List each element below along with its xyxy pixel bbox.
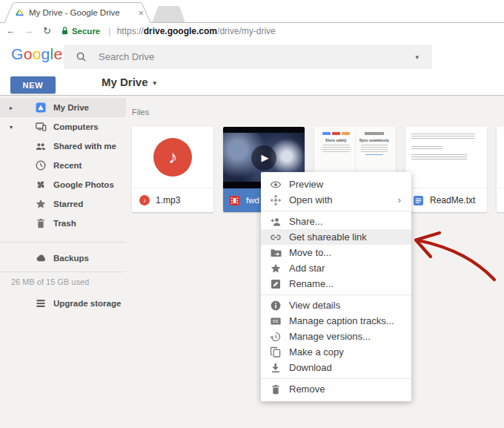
browser-tab[interactable]: My Drive - Google Drive ×	[15, 5, 145, 20]
audio-file-icon: ♪	[139, 195, 150, 205]
open-with-icon	[270, 194, 282, 206]
sidebar-item-label: Recent	[53, 161, 82, 170]
reload-icon[interactable]: ↻	[43, 26, 51, 36]
file-card-audio[interactable]: ♪ ♪ 1.mp3	[132, 127, 213, 212]
sidebar-item-computers[interactable]: ▾Computers	[0, 117, 126, 136]
menu-item-make-a-copy[interactable]: Make a copy	[261, 344, 411, 360]
trash-icon	[270, 383, 282, 395]
menu-item-open-with[interactable]: Open with›	[261, 192, 411, 208]
lock-icon	[61, 26, 69, 36]
menu-item-label: View details	[289, 300, 340, 311]
sidebar-item-label: Computers	[53, 122, 99, 131]
logo-letter: o	[33, 45, 42, 62]
file-name: ReadMe.txt	[430, 195, 475, 205]
computers-icon	[35, 121, 47, 133]
thumb-text-lines	[411, 154, 467, 159]
sidebar-item-label: Starred	[53, 200, 83, 208]
cc-icon: CC	[270, 315, 282, 327]
address-bar[interactable]: https://drive.google.com/drive/my-drive	[117, 26, 276, 36]
sidebar-item-my-drive[interactable]: ▸My Drive	[0, 98, 126, 117]
menu-item-label: Download	[289, 362, 332, 373]
breadcrumb-label: My Drive	[102, 76, 148, 88]
star-icon	[35, 198, 47, 210]
menu-item-label: Make a copy	[289, 346, 344, 358]
clock-icon	[35, 159, 47, 171]
menu-item-manage-caption-tracks[interactable]: CCManage caption tracks...	[261, 313, 411, 329]
sidebar-item-recent[interactable]: Recent	[0, 156, 126, 175]
cloud-icon	[35, 252, 47, 264]
photos-icon	[35, 179, 47, 191]
file-card-partial[interactable]	[497, 127, 504, 212]
menu-item-rename[interactable]: Rename...	[261, 276, 411, 292]
menu-item-label: Manage versions...	[289, 331, 371, 342]
browser-toolbar: ← → ↻ Secure | https://drive.google.com/…	[0, 23, 504, 39]
logo-letter: g	[42, 45, 50, 62]
thumb-column: Sync seamlessly	[355, 131, 394, 173]
submenu-arrow-icon: ›	[398, 194, 401, 205]
context-menu: PreviewOpen with›Share...Get shareable l…	[261, 172, 411, 401]
expand-down-icon[interactable]: ▾	[6, 124, 16, 131]
trash-icon	[35, 217, 47, 229]
file-name: 1.mp3	[156, 195, 180, 205]
copy-icon	[270, 346, 282, 358]
sidebar-item-starred[interactable]: Starred	[0, 194, 126, 214]
files-section-label: Files	[132, 108, 149, 116]
breadcrumb-caret-icon: ▾	[153, 78, 157, 87]
thumb-heading: Sync seamlessly	[359, 138, 390, 142]
url-scheme: https://	[117, 26, 144, 36]
menu-item-preview[interactable]: Preview	[261, 177, 411, 192]
sidebar: ▸My Drive▾ComputersShared with meRecentG…	[0, 96, 126, 428]
history-icon	[270, 331, 282, 343]
menu-item-label: Manage caption tracks...	[289, 315, 394, 326]
sidebar-divider	[0, 271, 126, 272]
sidebar-item-upgrade-storage[interactable]: Upgrade storage	[0, 294, 126, 313]
menu-item-manage-versions[interactable]: Manage versions...	[261, 329, 411, 344]
person-add-icon	[270, 216, 282, 228]
search-input[interactable]	[97, 50, 415, 63]
thumb-heading: Store safely	[321, 138, 351, 142]
menu-item-remove[interactable]: Remove	[261, 381, 411, 397]
secure-label: Secure	[72, 27, 100, 36]
thumb-bar	[365, 132, 384, 135]
logo-letter: G	[11, 45, 24, 62]
thumb-column: Store safely	[317, 131, 355, 173]
thumb-text-lines	[411, 146, 442, 149]
menu-item-add-star[interactable]: Add star	[261, 260, 411, 276]
menu-item-label: Get shareable link	[289, 231, 367, 243]
thumb-text-lines	[411, 134, 475, 141]
url-host: drive.google.com	[144, 26, 217, 36]
sidebar-item-trash[interactable]: Trash	[0, 214, 126, 233]
menu-item-view-details[interactable]: View details	[261, 297, 411, 313]
tab-close-icon[interactable]: ×	[138, 7, 144, 19]
drive-icon	[35, 102, 47, 113]
sidebar-item-shared-with-me[interactable]: Shared with me	[0, 136, 126, 156]
info-icon	[270, 300, 282, 312]
menu-item-move-to[interactable]: Move to...	[261, 245, 411, 260]
file-footer: ReadMe.txt	[405, 188, 487, 212]
audio-note-icon: ♪	[153, 138, 192, 177]
menu-item-label: Add star	[289, 263, 325, 274]
new-button[interactable]: NEW	[10, 76, 56, 93]
search-bar[interactable]: ▾	[64, 45, 432, 69]
menu-item-download[interactable]: Download	[261, 360, 411, 375]
search-options-caret-icon[interactable]: ▾	[415, 53, 419, 61]
menu-divider	[261, 294, 411, 295]
browser-tabstrip: My Drive - Google Drive ×	[0, 0, 504, 23]
play-icon[interactable]: ▶	[251, 145, 276, 171]
sidebar-item-label: Backups	[53, 254, 89, 263]
menu-item-get-shareable-link[interactable]: Get shareable link	[261, 229, 411, 245]
eye-icon	[270, 179, 282, 191]
forward-icon[interactable]: →	[24, 26, 33, 36]
back-icon[interactable]: ←	[6, 26, 16, 36]
sidebar-item-google-photos[interactable]: Google Photos	[0, 175, 126, 194]
audio-thumbnail: ♪	[132, 127, 213, 188]
thumb-text-lines	[361, 145, 388, 154]
link-icon	[270, 231, 282, 243]
thumb-chips	[321, 132, 351, 135]
breadcrumb[interactable]: My Drive ▾	[102, 76, 156, 88]
sidebar-item-backups[interactable]: Backups	[0, 248, 126, 268]
file-card-text[interactable]: ReadMe.txt	[405, 127, 487, 212]
expand-right-icon[interactable]: ▸	[6, 105, 16, 111]
menu-item-share[interactable]: Share...	[261, 214, 411, 229]
thumb-link-line	[365, 154, 384, 155]
